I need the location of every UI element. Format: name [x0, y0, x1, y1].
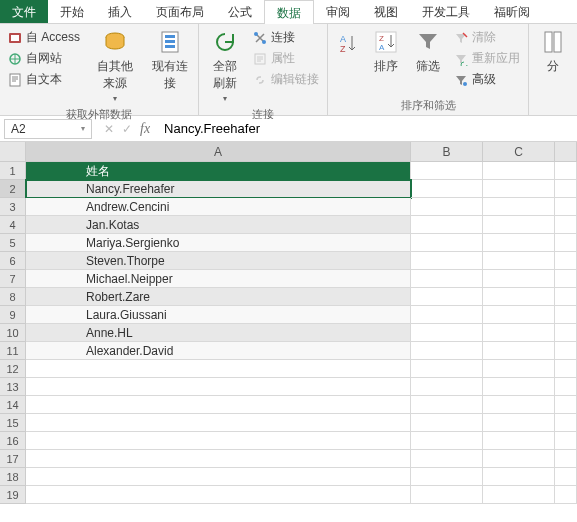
cell[interactable]	[411, 342, 483, 360]
cell[interactable]	[555, 270, 577, 288]
cell[interactable]	[483, 234, 555, 252]
row-header[interactable]: 15	[0, 414, 26, 432]
row-header[interactable]: 13	[0, 378, 26, 396]
column-header-C[interactable]: C	[483, 142, 555, 161]
sort-asc-button[interactable]: AZ	[334, 26, 362, 58]
cell[interactable]	[555, 342, 577, 360]
sort-button[interactable]: ZA 排序	[368, 26, 404, 77]
column-header-D[interactable]	[555, 142, 577, 161]
cell[interactable]	[483, 450, 555, 468]
refresh-all-button[interactable]: 全部刷新 ▾	[205, 26, 245, 105]
row-header[interactable]: 1	[0, 162, 26, 180]
formula-input[interactable]	[158, 119, 577, 138]
cell[interactable]	[483, 396, 555, 414]
cell[interactable]	[555, 414, 577, 432]
row-header[interactable]: 12	[0, 360, 26, 378]
cell[interactable]: Michael.Neipper	[26, 270, 411, 288]
row-header[interactable]: 18	[0, 468, 26, 486]
tab-7[interactable]: 视图	[362, 0, 410, 23]
cell[interactable]	[411, 432, 483, 450]
cell[interactable]	[555, 360, 577, 378]
row-header[interactable]: 7	[0, 270, 26, 288]
cell[interactable]	[555, 234, 577, 252]
tab-5[interactable]: 数据	[264, 0, 314, 24]
cell[interactable]	[411, 468, 483, 486]
row-header[interactable]: 10	[0, 324, 26, 342]
cell[interactable]	[483, 216, 555, 234]
text-to-columns-button[interactable]: 分	[535, 26, 571, 77]
tab-1[interactable]: 开始	[48, 0, 96, 23]
name-box[interactable]: A2 ▾	[4, 119, 92, 139]
cell[interactable]	[483, 468, 555, 486]
cell[interactable]	[411, 414, 483, 432]
cell[interactable]: Nancy.Freehafer	[26, 180, 411, 198]
properties-button[interactable]: 属性	[251, 49, 321, 68]
row-header[interactable]: 9	[0, 306, 26, 324]
tab-0[interactable]: 文件	[0, 0, 48, 23]
cell[interactable]	[483, 252, 555, 270]
cell[interactable]	[483, 486, 555, 504]
tab-3[interactable]: 页面布局	[144, 0, 216, 23]
row-header[interactable]: 4	[0, 216, 26, 234]
cell[interactable]	[483, 306, 555, 324]
cell[interactable]	[483, 198, 555, 216]
cell[interactable]	[483, 342, 555, 360]
select-all-corner[interactable]	[0, 142, 26, 161]
cell[interactable]: Mariya.Sergienko	[26, 234, 411, 252]
connections-button[interactable]: 连接	[251, 28, 321, 47]
cell[interactable]	[411, 198, 483, 216]
cancel-icon[interactable]: ✕	[104, 122, 114, 136]
row-header[interactable]: 8	[0, 288, 26, 306]
cell[interactable]	[411, 486, 483, 504]
row-header[interactable]: 17	[0, 450, 26, 468]
tab-2[interactable]: 插入	[96, 0, 144, 23]
cell[interactable]	[26, 414, 411, 432]
cell[interactable]	[26, 360, 411, 378]
row-header[interactable]: 5	[0, 234, 26, 252]
cell[interactable]	[555, 324, 577, 342]
cell[interactable]	[411, 234, 483, 252]
cell[interactable]	[555, 252, 577, 270]
cell[interactable]	[483, 378, 555, 396]
row-header[interactable]: 14	[0, 396, 26, 414]
cell[interactable]	[483, 324, 555, 342]
cell[interactable]	[26, 450, 411, 468]
cell[interactable]	[26, 432, 411, 450]
cell[interactable]	[555, 450, 577, 468]
cell[interactable]	[411, 270, 483, 288]
cell[interactable]	[483, 162, 555, 180]
edit-links-button[interactable]: 编辑链接	[251, 70, 321, 89]
from-web-button[interactable]: 自网站	[6, 49, 82, 68]
row-header[interactable]: 3	[0, 198, 26, 216]
cell[interactable]	[26, 468, 411, 486]
cell[interactable]	[483, 288, 555, 306]
tab-4[interactable]: 公式	[216, 0, 264, 23]
cell[interactable]	[411, 306, 483, 324]
cell[interactable]	[555, 180, 577, 198]
cell[interactable]	[411, 360, 483, 378]
from-access-button[interactable]: 自 Access	[6, 28, 82, 47]
row-header[interactable]: 11	[0, 342, 26, 360]
cell[interactable]: Andrew.Cencini	[26, 198, 411, 216]
cell[interactable]	[555, 198, 577, 216]
cell[interactable]: Jan.Kotas	[26, 216, 411, 234]
cell[interactable]	[411, 216, 483, 234]
cell[interactable]: 姓名	[26, 162, 411, 180]
cell[interactable]	[483, 180, 555, 198]
accept-icon[interactable]: ✓	[122, 122, 132, 136]
row-header[interactable]: 6	[0, 252, 26, 270]
column-header-B[interactable]: B	[411, 142, 483, 161]
cell[interactable]: Alexander.David	[26, 342, 411, 360]
cell[interactable]	[411, 324, 483, 342]
cell[interactable]	[411, 378, 483, 396]
cell[interactable]	[483, 360, 555, 378]
cell[interactable]	[483, 414, 555, 432]
row-header[interactable]: 2	[0, 180, 26, 198]
tab-8[interactable]: 开发工具	[410, 0, 482, 23]
cell[interactable]	[411, 450, 483, 468]
cell[interactable]	[555, 396, 577, 414]
advanced-button[interactable]: 高级	[452, 70, 522, 89]
cell[interactable]	[483, 270, 555, 288]
cell[interactable]: Laura.Giussani	[26, 306, 411, 324]
fx-icon[interactable]: fx	[140, 121, 150, 137]
